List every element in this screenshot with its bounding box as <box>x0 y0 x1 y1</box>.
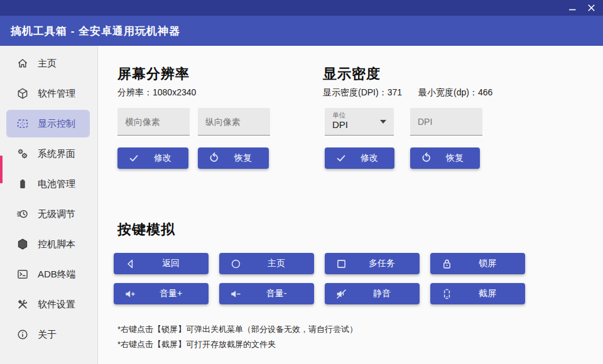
sidebar-item-settings[interactable]: 软件设置 <box>6 291 90 318</box>
sidebar-item-battery[interactable]: 电池管理 <box>6 170 90 198</box>
resolution-width-input[interactable] <box>117 108 190 136</box>
density-section-title: 显示密度 <box>323 65 381 83</box>
sidebar-item-label: 显示控制 <box>38 118 75 130</box>
resolution-section-title: 屏幕分辨率 <box>117 65 190 83</box>
sidebar-item-home[interactable]: 主页 <box>6 50 90 77</box>
button-label: 锁屏 <box>454 258 525 269</box>
button-label: 多任务 <box>348 258 420 269</box>
resolution-restore-button[interactable]: 恢复 <box>198 147 269 169</box>
button-label: 修改 <box>141 153 188 164</box>
sidebar-item-label: 主页 <box>38 58 57 70</box>
volume-down-icon <box>229 287 242 301</box>
screenshot-note: *右键点击【截屏】可打开存放截屏的文件夹 <box>117 339 276 350</box>
mute-icon <box>334 287 348 301</box>
resolution-current-value: 分辨率：1080x2340 <box>117 87 196 99</box>
close-icon <box>588 4 595 11</box>
resolution-height-input[interactable] <box>198 108 270 136</box>
lock-icon <box>440 257 454 270</box>
sidebar-item-label: ADB终端 <box>38 269 76 281</box>
density-modify-button[interactable]: 修改 <box>325 147 394 169</box>
speed-clock-icon <box>16 208 29 220</box>
density-unit-select[interactable]: 单位 DPI <box>325 108 394 136</box>
sidebar-item-label: 无级调节 <box>38 208 75 220</box>
check-icon <box>127 151 141 165</box>
display-icon <box>16 117 29 130</box>
main-content: 屏幕分辨率 分辨率：1080x2340 修改 恢复 显示密度 显示密度(DPI)… <box>97 46 603 364</box>
button-label: 截屏 <box>454 288 525 299</box>
sidebar-item-label: 系统界面 <box>38 148 75 160</box>
key-volume-up-button[interactable]: 音量+ <box>114 283 209 304</box>
button-label: 主页 <box>242 258 314 269</box>
key-home-button[interactable]: 主页 <box>219 253 314 274</box>
titlebar <box>0 0 603 16</box>
button-label: 恢复 <box>221 153 269 164</box>
key-lock-button[interactable]: 锁屏 <box>430 253 525 274</box>
back-icon <box>123 257 137 270</box>
sidebar-item-stepless-adjust[interactable]: 无级调节 <box>6 200 90 228</box>
check-icon <box>334 151 348 165</box>
button-label: 音量+ <box>137 288 209 299</box>
sidebar-item-label: 软件管理 <box>38 88 75 100</box>
terminal-icon <box>16 268 29 281</box>
chevron-down-icon <box>380 120 386 124</box>
lock-screen-note: *右键点击【锁屏】可弹出关机菜单（部分设备无效，请自行尝试） <box>117 324 357 335</box>
volume-up-icon <box>123 287 137 301</box>
app-title: 搞机工具箱 - 全安卓通用玩机神器 <box>11 24 180 38</box>
recents-icon <box>334 257 348 270</box>
gears-icon <box>16 147 29 160</box>
screenshot-icon <box>440 287 454 301</box>
info-icon <box>16 328 29 341</box>
density-value-input[interactable] <box>410 108 482 136</box>
density-restore-button[interactable]: 恢复 <box>410 147 480 169</box>
density-dpi-value: 显示密度(DPI)：371 <box>323 87 402 97</box>
key-screenshot-button[interactable]: 截屏 <box>430 283 525 304</box>
unit-value: DPI <box>332 119 388 131</box>
density-min-width-value: 最小宽度(dp)：466 <box>418 87 492 97</box>
key-mute-button[interactable]: 静音 <box>325 283 420 304</box>
unit-label: 单位 <box>332 111 388 119</box>
sidebar-item-script[interactable]: 控机脚本 <box>6 230 90 258</box>
sidebar-item-adb-terminal[interactable]: ADB终端 <box>6 260 90 288</box>
sidebar-item-label: 关于 <box>38 329 57 341</box>
key-volume-down-button[interactable]: 音量- <box>219 283 314 304</box>
key-recents-button[interactable]: 多任务 <box>325 253 420 274</box>
button-label: 返回 <box>137 258 209 269</box>
button-label: 音量- <box>242 288 314 299</box>
density-info: 显示密度(DPI)：371最小宽度(dp)：466 <box>323 87 509 99</box>
sidebar-item-display-control[interactable]: 显示控制 <box>6 110 90 137</box>
sidebar-item-software-management[interactable]: 软件管理 <box>6 80 90 107</box>
active-item-indicator <box>0 156 3 183</box>
button-label: 恢复 <box>433 153 480 164</box>
hexagon-icon <box>16 238 29 250</box>
keysim-section-title: 按键模拟 <box>117 220 175 239</box>
sidebar-item-label: 控机脚本 <box>38 238 75 250</box>
key-back-button[interactable]: 返回 <box>114 253 209 274</box>
minimize-icon <box>569 4 576 11</box>
button-label: 修改 <box>348 153 394 164</box>
sidebar-item-about[interactable]: 关于 <box>6 321 90 348</box>
battery-icon <box>16 178 29 190</box>
minimize-button[interactable] <box>563 0 582 16</box>
restore-icon <box>420 151 433 165</box>
app-header: 搞机工具箱 - 全安卓通用玩机神器 <box>0 16 603 46</box>
resolution-modify-button[interactable]: 修改 <box>117 147 188 169</box>
sidebar-item-label: 电池管理 <box>38 178 75 190</box>
home-icon <box>16 57 29 70</box>
sidebar: 主页 软件管理 显示控制 系统界面 电池管理 无级调节 控机脚本 <box>0 46 97 364</box>
package-icon <box>16 87 29 100</box>
tools-icon <box>16 298 29 311</box>
sidebar-item-system-ui[interactable]: 系统界面 <box>6 140 90 168</box>
restore-icon <box>207 151 221 165</box>
sidebar-item-label: 软件设置 <box>38 299 75 311</box>
home-circle-icon <box>229 257 242 270</box>
close-button[interactable] <box>582 0 600 16</box>
button-label: 静音 <box>348 288 420 299</box>
